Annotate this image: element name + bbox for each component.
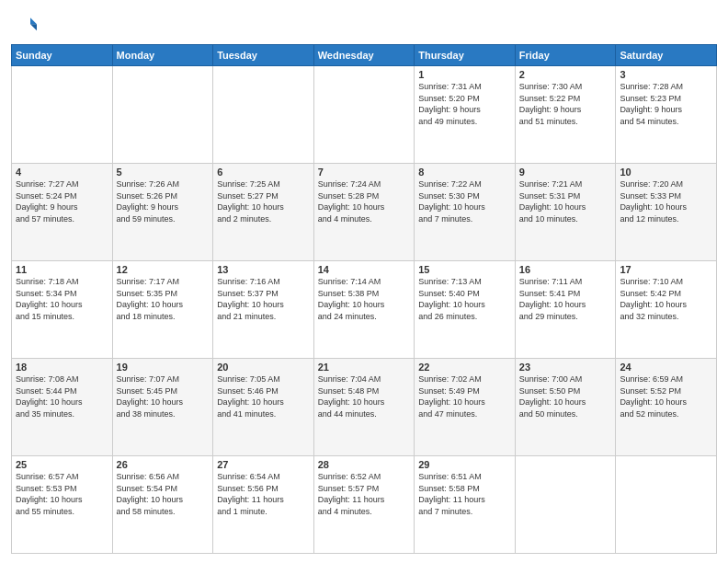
day-info: Sunrise: 7:21 AM Sunset: 5:31 PM Dayligh… xyxy=(519,178,612,224)
day-number: 3 xyxy=(620,69,712,80)
day-cell: 4Sunrise: 7:27 AM Sunset: 5:24 PM Daylig… xyxy=(12,164,113,261)
day-info: Sunrise: 7:17 AM Sunset: 5:35 PM Dayligh… xyxy=(117,276,210,322)
day-info: Sunrise: 7:25 AM Sunset: 5:27 PM Dayligh… xyxy=(217,178,310,224)
week-row-4: 25Sunrise: 6:57 AM Sunset: 5:53 PM Dayli… xyxy=(12,456,717,554)
day-info: Sunrise: 7:20 AM Sunset: 5:33 PM Dayligh… xyxy=(620,178,712,224)
day-cell: 5Sunrise: 7:26 AM Sunset: 5:26 PM Daylig… xyxy=(112,164,213,261)
day-number: 28 xyxy=(318,459,411,470)
day-number: 16 xyxy=(519,264,612,275)
day-number: 24 xyxy=(620,362,712,373)
day-cell: 9Sunrise: 7:21 AM Sunset: 5:31 PM Daylig… xyxy=(515,164,616,261)
day-info: Sunrise: 7:24 AM Sunset: 5:28 PM Dayligh… xyxy=(318,178,411,224)
day-cell: 23Sunrise: 7:00 AM Sunset: 5:50 PM Dayli… xyxy=(515,359,616,456)
day-cell: 21Sunrise: 7:04 AM Sunset: 5:48 PM Dayli… xyxy=(313,359,415,456)
calendar-table: SundayMondayTuesdayWednesdayThursdayFrid… xyxy=(11,44,717,554)
weekday-tuesday: Tuesday xyxy=(213,45,314,66)
day-info: Sunrise: 6:52 AM Sunset: 5:57 PM Dayligh… xyxy=(318,471,411,517)
day-cell: 2Sunrise: 7:30 AM Sunset: 5:22 PM Daylig… xyxy=(515,66,616,164)
day-number: 12 xyxy=(117,264,210,275)
day-cell xyxy=(12,66,113,164)
day-info: Sunrise: 7:27 AM Sunset: 5:24 PM Dayligh… xyxy=(16,178,108,224)
day-cell: 27Sunrise: 6:54 AM Sunset: 5:56 PM Dayli… xyxy=(213,456,314,554)
day-cell: 17Sunrise: 7:10 AM Sunset: 5:42 PM Dayli… xyxy=(616,261,717,359)
day-number: 27 xyxy=(217,459,310,470)
day-cell: 22Sunrise: 7:02 AM Sunset: 5:49 PM Dayli… xyxy=(415,359,516,456)
weekday-friday: Friday xyxy=(515,45,616,66)
day-info: Sunrise: 6:57 AM Sunset: 5:53 PM Dayligh… xyxy=(16,471,108,517)
logo-icon xyxy=(11,13,37,39)
day-number: 10 xyxy=(620,167,712,178)
day-info: Sunrise: 7:30 AM Sunset: 5:22 PM Dayligh… xyxy=(519,81,612,127)
day-info: Sunrise: 7:14 AM Sunset: 5:38 PM Dayligh… xyxy=(318,276,411,322)
day-info: Sunrise: 6:59 AM Sunset: 5:52 PM Dayligh… xyxy=(620,373,712,419)
day-number: 29 xyxy=(418,459,511,470)
page: SundayMondayTuesdayWednesdayThursdayFrid… xyxy=(0,0,728,563)
day-info: Sunrise: 6:54 AM Sunset: 5:56 PM Dayligh… xyxy=(217,471,310,517)
day-number: 1 xyxy=(418,69,511,80)
day-number: 7 xyxy=(318,167,411,178)
day-number: 25 xyxy=(16,459,108,470)
day-number: 20 xyxy=(217,362,310,373)
day-number: 18 xyxy=(16,362,108,373)
day-cell: 3Sunrise: 7:28 AM Sunset: 5:23 PM Daylig… xyxy=(616,66,717,164)
day-cell: 6Sunrise: 7:25 AM Sunset: 5:27 PM Daylig… xyxy=(213,164,314,261)
day-number: 13 xyxy=(217,264,310,275)
day-number: 22 xyxy=(418,362,511,373)
logo xyxy=(11,13,39,39)
day-number: 26 xyxy=(117,459,210,470)
day-info: Sunrise: 7:18 AM Sunset: 5:34 PM Dayligh… xyxy=(16,276,108,322)
day-cell: 10Sunrise: 7:20 AM Sunset: 5:33 PM Dayli… xyxy=(616,164,717,261)
day-cell xyxy=(515,456,616,554)
svg-marker-1 xyxy=(30,24,37,30)
day-cell: 12Sunrise: 7:17 AM Sunset: 5:35 PM Dayli… xyxy=(112,261,213,359)
day-info: Sunrise: 7:31 AM Sunset: 5:20 PM Dayligh… xyxy=(418,81,511,127)
week-row-2: 11Sunrise: 7:18 AM Sunset: 5:34 PM Dayli… xyxy=(12,261,717,359)
weekday-header-row: SundayMondayTuesdayWednesdayThursdayFrid… xyxy=(12,45,717,66)
day-cell: 16Sunrise: 7:11 AM Sunset: 5:41 PM Dayli… xyxy=(515,261,616,359)
day-cell: 1Sunrise: 7:31 AM Sunset: 5:20 PM Daylig… xyxy=(415,66,516,164)
week-row-3: 18Sunrise: 7:08 AM Sunset: 5:44 PM Dayli… xyxy=(12,359,717,456)
day-info: Sunrise: 6:51 AM Sunset: 5:58 PM Dayligh… xyxy=(418,471,511,517)
day-cell: 20Sunrise: 7:05 AM Sunset: 5:46 PM Dayli… xyxy=(213,359,314,456)
day-number: 4 xyxy=(16,167,108,178)
day-cell xyxy=(112,66,213,164)
day-info: Sunrise: 7:22 AM Sunset: 5:30 PM Dayligh… xyxy=(418,178,511,224)
weekday-monday: Monday xyxy=(112,45,213,66)
day-info: Sunrise: 7:16 AM Sunset: 5:37 PM Dayligh… xyxy=(217,276,310,322)
day-cell xyxy=(313,66,415,164)
day-info: Sunrise: 7:00 AM Sunset: 5:50 PM Dayligh… xyxy=(519,373,612,419)
day-number: 8 xyxy=(418,167,511,178)
day-cell: 29Sunrise: 6:51 AM Sunset: 5:58 PM Dayli… xyxy=(415,456,516,554)
day-cell: 7Sunrise: 7:24 AM Sunset: 5:28 PM Daylig… xyxy=(313,164,415,261)
week-row-1: 4Sunrise: 7:27 AM Sunset: 5:24 PM Daylig… xyxy=(12,164,717,261)
day-info: Sunrise: 7:05 AM Sunset: 5:46 PM Dayligh… xyxy=(217,373,310,419)
day-number: 11 xyxy=(16,264,108,275)
day-number: 14 xyxy=(318,264,411,275)
weekday-sunday: Sunday xyxy=(12,45,113,66)
day-cell: 28Sunrise: 6:52 AM Sunset: 5:57 PM Dayli… xyxy=(313,456,415,554)
day-number: 17 xyxy=(620,264,712,275)
day-info: Sunrise: 7:26 AM Sunset: 5:26 PM Dayligh… xyxy=(117,178,210,224)
day-cell: 14Sunrise: 7:14 AM Sunset: 5:38 PM Dayli… xyxy=(313,261,415,359)
day-cell: 24Sunrise: 6:59 AM Sunset: 5:52 PM Dayli… xyxy=(616,359,717,456)
day-cell: 19Sunrise: 7:07 AM Sunset: 5:45 PM Dayli… xyxy=(112,359,213,456)
day-cell: 18Sunrise: 7:08 AM Sunset: 5:44 PM Dayli… xyxy=(12,359,113,456)
day-cell: 15Sunrise: 7:13 AM Sunset: 5:40 PM Dayli… xyxy=(415,261,516,359)
day-info: Sunrise: 7:07 AM Sunset: 5:45 PM Dayligh… xyxy=(117,373,210,419)
weekday-saturday: Saturday xyxy=(616,45,717,66)
day-info: Sunrise: 7:28 AM Sunset: 5:23 PM Dayligh… xyxy=(620,81,712,127)
day-info: Sunrise: 7:13 AM Sunset: 5:40 PM Dayligh… xyxy=(418,276,511,322)
day-cell: 11Sunrise: 7:18 AM Sunset: 5:34 PM Dayli… xyxy=(12,261,113,359)
header xyxy=(11,9,717,39)
day-number: 21 xyxy=(318,362,411,373)
day-info: Sunrise: 7:02 AM Sunset: 5:49 PM Dayligh… xyxy=(418,373,511,419)
day-number: 5 xyxy=(117,167,210,178)
weekday-wednesday: Wednesday xyxy=(313,45,415,66)
day-number: 9 xyxy=(519,167,612,178)
day-number: 15 xyxy=(418,264,511,275)
week-row-0: 1Sunrise: 7:31 AM Sunset: 5:20 PM Daylig… xyxy=(12,66,717,164)
day-cell: 8Sunrise: 7:22 AM Sunset: 5:30 PM Daylig… xyxy=(415,164,516,261)
day-info: Sunrise: 7:04 AM Sunset: 5:48 PM Dayligh… xyxy=(318,373,411,419)
day-info: Sunrise: 7:08 AM Sunset: 5:44 PM Dayligh… xyxy=(16,373,108,419)
day-number: 23 xyxy=(519,362,612,373)
